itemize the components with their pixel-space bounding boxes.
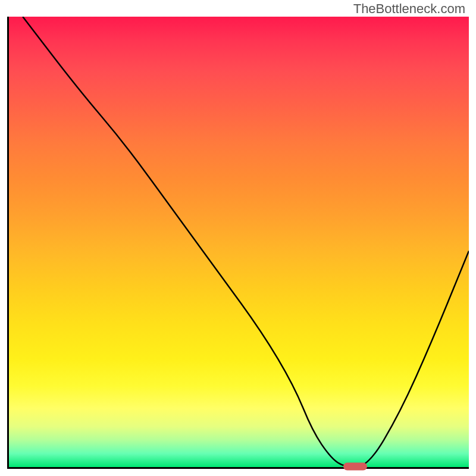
bottleneck-curve-path bbox=[23, 17, 469, 467]
chart-area bbox=[7, 17, 469, 469]
watermark-text: TheBottleneck.com bbox=[353, 1, 465, 17]
curve-svg bbox=[9, 17, 469, 467]
optimum-marker bbox=[343, 463, 367, 471]
